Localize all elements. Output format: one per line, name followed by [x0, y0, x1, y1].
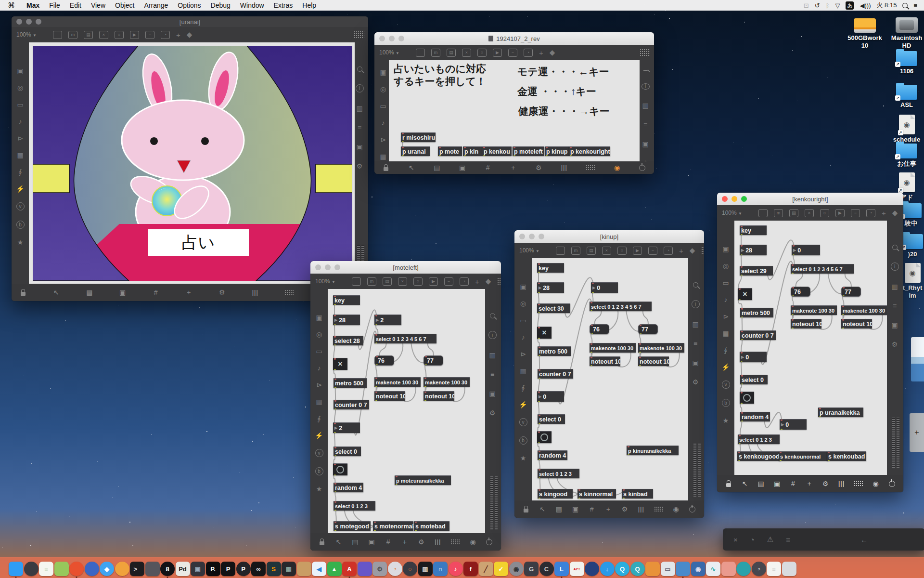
titlebar[interactable]: [kenkouright]	[717, 193, 903, 206]
paperclip-icon[interactable]: ∮	[724, 347, 727, 354]
grid-dots-icon[interactable]	[701, 247, 704, 254]
object-box-makenote-100-30[interactable]: makenote 100 30	[374, 377, 421, 387]
mixer-icon[interactable]: ⚙	[357, 163, 363, 170]
notification-center-icon[interactable]: ≡	[913, 2, 917, 9]
note-icon[interactable]: ♪	[19, 118, 22, 125]
close-box-icon[interactable]: ×	[462, 49, 471, 57]
presentation-icon[interactable]: ▤	[757, 480, 764, 487]
dock-item-s-app[interactable]: S	[267, 562, 281, 576]
message-box-76[interactable]: 76	[374, 355, 394, 366]
monitor-icon[interactable]: ▭	[380, 103, 386, 109]
rings-icon[interactable]: ◎	[17, 84, 23, 91]
dock-item-trash[interactable]	[782, 562, 796, 576]
add-object-icon[interactable]: +	[539, 49, 543, 56]
dock-item-magnifier-app[interactable]: Q	[630, 562, 645, 576]
dock-item-cube-app[interactable]: ▣	[191, 562, 205, 576]
object-box-p-uranaikekka[interactable]: p uranaikekka	[818, 407, 863, 417]
dock-item-plane-app[interactable]: ◀	[312, 562, 326, 576]
number-box-2[interactable]: ▶2	[333, 422, 360, 433]
console-icon-3[interactable]: ≡	[786, 536, 790, 544]
grid-icon[interactable]: #	[386, 539, 390, 545]
picture-icon[interactable]: ▦	[520, 368, 526, 374]
select-arrow-icon[interactable]: ↖	[53, 289, 59, 296]
layers-icon[interactable]: ▣	[119, 289, 126, 296]
note-icon[interactable]: ♪	[522, 334, 525, 341]
patcher-window-icon[interactable]	[758, 209, 768, 217]
menu-item-debug[interactable]: Debug	[206, 1, 235, 9]
patcher-canvas[interactable]: r misoshirup uranaip motep kinp kenkoup …	[389, 60, 640, 161]
dock-item-tan-app[interactable]	[297, 562, 311, 576]
titlebar[interactable]: [kinup]	[514, 230, 704, 243]
window-kenkouright[interactable]: [kenkouright] 100% ▼m▤×○▶−◔+◆ ▣◎▭♪⊳▦∮⚡vb…	[717, 193, 903, 492]
play-box-icon[interactable]: ▶	[835, 209, 845, 217]
list-icon[interactable]: ≡	[643, 121, 647, 128]
monitor-icon[interactable]: ▭	[722, 279, 729, 286]
object-box-s-kinnormal[interactable]: s kinnormal	[578, 489, 616, 499]
play-box-icon[interactable]: ▶	[493, 49, 502, 57]
paint-bucket-icon[interactable]: ◆	[187, 31, 192, 39]
dock-item-orange-stand-app[interactable]	[645, 562, 660, 576]
v-badge-icon[interactable]: v	[16, 202, 25, 210]
desktop-icon-macintosh[interactable]: Macintosh HD	[885, 17, 924, 50]
object-box-p-moteleft[interactable]: p moteleft	[513, 146, 544, 156]
patcher-window-icon[interactable]	[556, 247, 565, 255]
dock-item-gear-app[interactable]: ⚙	[372, 562, 387, 576]
toggle-box[interactable]: ×	[333, 358, 347, 370]
number-box-28[interactable]: ▶28	[333, 315, 360, 325]
picture-icon[interactable]: ▦	[380, 153, 386, 160]
dock-item-g-app[interactable]: G	[524, 562, 539, 576]
info-icon[interactable]: i	[488, 331, 497, 339]
plug-icon[interactable]: ⚡	[519, 401, 527, 408]
traffic-lights[interactable]	[722, 196, 747, 202]
patcher-window-icon[interactable]	[416, 49, 425, 57]
presentation-icon[interactable]: ▤	[434, 164, 440, 171]
dock-item-camera-app[interactable]: ◉	[691, 562, 706, 576]
patcher-window-icon[interactable]	[352, 277, 361, 286]
object-box-key[interactable]: key	[537, 263, 564, 273]
desktop-icon-[interactable]: ↗お仕事	[885, 144, 924, 168]
volume-icon[interactable]: ◀)))	[860, 2, 871, 9]
object-box-p-kinuranaikekka[interactable]: p kinuranaikekka	[627, 446, 679, 455]
star-icon[interactable]: ★	[723, 417, 729, 424]
object-box-s-kenkoubad[interactable]: s kenkoubad	[827, 451, 866, 461]
dock-item-pink-app[interactable]	[721, 562, 736, 576]
minus-box-icon[interactable]: −	[648, 247, 657, 255]
grid-icon[interactable]: #	[791, 480, 795, 487]
dock-item-ring-app[interactable]: ○	[403, 562, 417, 576]
lock-icon[interactable]	[384, 167, 388, 171]
activity-icon[interactable]: ◉	[614, 164, 620, 171]
object-box-select-0-1-2-3[interactable]: select 0 1 2 3	[738, 434, 780, 444]
object-box-random-4[interactable]: random 4	[740, 412, 770, 421]
note-icon[interactable]: ♪	[724, 296, 728, 303]
dock-item-red-browser[interactable]	[69, 562, 84, 576]
object-box-p-mote[interactable]: p mote	[438, 146, 462, 156]
object-box-s-motenormal[interactable]: s motenormal	[373, 521, 413, 531]
paint-bucket-icon[interactable]: ◆	[892, 210, 898, 217]
select-arrow-icon[interactable]: ↖	[742, 480, 748, 487]
menu-item-help[interactable]: Help	[297, 1, 321, 9]
monitor-icon[interactable]: ▭	[316, 348, 322, 355]
dock-item-blue-browser[interactable]	[85, 562, 99, 576]
object-box-makenote-100-30[interactable]: makenote 100 30	[424, 377, 470, 387]
activity-icon[interactable]: ◉	[470, 539, 475, 545]
layers-icon[interactable]: ▣	[369, 539, 375, 545]
dock-item-p-circle-app[interactable]: P	[236, 562, 251, 576]
zoom-selector[interactable]: 100% ▼	[717, 210, 742, 216]
add-object-icon[interactable]: +	[679, 247, 683, 254]
v-badge-icon[interactable]: v	[722, 381, 730, 389]
object-box-p-kenkouright[interactable]: p kenkouright	[569, 146, 610, 156]
timer-icon[interactable]: ◔	[524, 49, 533, 57]
timer-icon[interactable]: ◔	[866, 209, 875, 217]
patcher-canvas[interactable]: 占い	[29, 42, 355, 284]
attach-icon[interactable]: +	[606, 506, 610, 512]
camera-icon[interactable]: ▣	[692, 359, 698, 366]
mixer-icon[interactable]: ⚙	[489, 409, 496, 416]
dock-item-chart-app[interactable]: ∿	[706, 562, 720, 576]
wrench-icon[interactable]: ⚙	[536, 164, 542, 171]
dock-item-notes-app[interactable]: ≡	[39, 562, 53, 576]
airplay-icon[interactable]: ⊡	[804, 2, 809, 9]
object-box-select-0-1-2-3-4-5-6-7[interactable]: select 0 1 2 3 4 5 6 7	[791, 264, 854, 274]
dock-item-navy-app[interactable]	[585, 562, 599, 576]
camera-icon[interactable]: ▣	[489, 390, 495, 397]
menu-item-view[interactable]: View	[86, 1, 110, 9]
